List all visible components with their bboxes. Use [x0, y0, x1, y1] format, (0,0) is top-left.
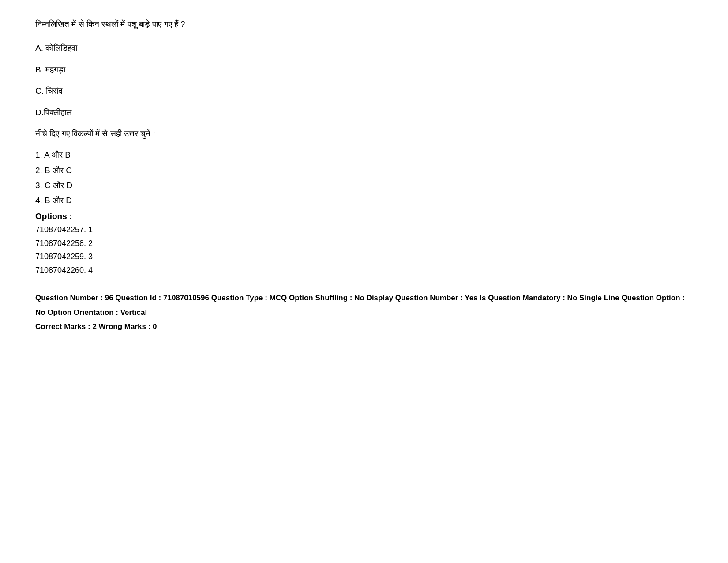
answer-option-3: 3. C और D: [35, 178, 693, 193]
meta-line-1: Question Number : 96 Question Id : 71087…: [35, 291, 693, 320]
question-main-text: निम्नलिखित में से किन स्थलों में पशु बाड…: [35, 18, 693, 31]
meta-info: Question Number : 96 Question Id : 71087…: [35, 291, 693, 334]
sub-question-text: नीचे दिए गए विकल्पों में से सही उत्तर चु…: [35, 127, 693, 140]
answer-option-2: 2. B और C: [35, 163, 693, 178]
option-id-4: 71087042260. 4: [35, 264, 693, 277]
option-id-3: 71087042259. 3: [35, 250, 693, 264]
meta-line-2: Correct Marks : 2 Wrong Marks : 0: [35, 320, 693, 334]
option-id-1: 71087042257. 1: [35, 223, 693, 237]
answer-option-4: 4. B और D: [35, 193, 693, 208]
option-d: D.पिक्लीहाल: [35, 106, 693, 119]
option-id-2: 71087042258. 2: [35, 237, 693, 250]
option-b: B. महगड़ा: [35, 63, 693, 76]
options-label: Options :: [35, 212, 693, 221]
option-c: C. चिरांद: [35, 84, 693, 98]
question-container: निम्नलिखित में से किन स्थलों में पशु बाड…: [35, 18, 693, 334]
option-a: A. कोलिडिहवा: [35, 42, 693, 55]
answer-option-1: 1. A और B: [35, 147, 693, 162]
